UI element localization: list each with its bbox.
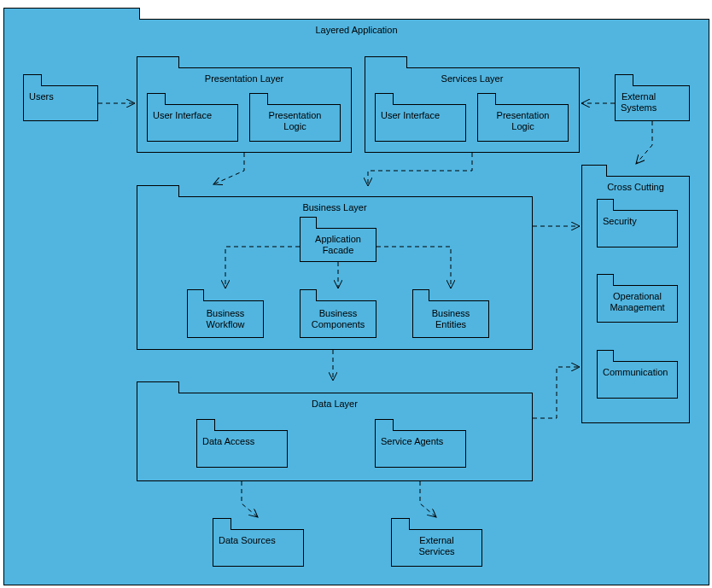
pkg-title: Services Layer [365, 73, 579, 84]
pkg-tab [477, 93, 496, 105]
pkg-title: Users [29, 91, 54, 102]
pkg-tab [412, 289, 429, 301]
pkg-tab [249, 93, 268, 105]
pkg-tab [581, 165, 607, 177]
pkg-data-sources[interactable]: Data Sources [213, 529, 304, 567]
pkg-title: Service Agents [381, 436, 443, 447]
pkg-title: Presentation Logic [478, 110, 568, 132]
pkg-title: Presentation Logic [250, 110, 340, 132]
pkg-tab [300, 289, 317, 301]
pkg-business-components[interactable]: Business Components [300, 300, 376, 338]
pkg-tab [137, 185, 179, 197]
pkg-title: User Interface [153, 110, 212, 121]
pkg-business-workflow[interactable]: Business Workflow [187, 300, 264, 338]
pkg-tab [597, 274, 614, 286]
pkg-title: Business Entities [413, 308, 488, 330]
pkg-communication[interactable]: Communication [597, 361, 678, 399]
pkg-title: Business Components [301, 308, 376, 330]
pkg-title: Presentation Layer [137, 73, 351, 84]
pkg-tab [196, 419, 215, 431]
pkg-tab [137, 56, 179, 68]
pkg-users[interactable]: Users [23, 85, 98, 121]
pkg-tab [597, 350, 614, 362]
pkg-business-entities[interactable]: Business Entities [412, 300, 489, 338]
pkg-title: User Interface [381, 110, 440, 121]
pkg-tab [365, 56, 407, 68]
pkg-title: Business Layer [137, 202, 532, 213]
pkg-title: Security [603, 216, 637, 227]
pkg-tab [375, 419, 394, 431]
pkg-tab [597, 199, 614, 211]
pkg-tab [137, 381, 179, 393]
pkg-user-interface-2[interactable]: User Interface [375, 104, 466, 142]
pkg-tab [391, 518, 410, 530]
pkg-title: Data Sources [219, 535, 276, 546]
pkg-title: Cross Cutting [582, 182, 689, 193]
pkg-presentation-logic-1[interactable]: Presentation Logic [249, 104, 341, 142]
pkg-title: Data Layer [137, 399, 532, 410]
pkg-title: External Systems [621, 91, 657, 114]
pkg-external-services[interactable]: External Services [391, 529, 482, 567]
pkg-title: Communication [603, 367, 668, 378]
pkg-title: Application Facade [301, 234, 376, 256]
pkg-application-facade[interactable]: Application Facade [300, 228, 376, 262]
pkg-tab [147, 93, 166, 105]
pkg-user-interface-1[interactable]: User Interface [147, 104, 238, 142]
pkg-presentation-logic-2[interactable]: Presentation Logic [477, 104, 569, 142]
pkg-data-access[interactable]: Data Access [196, 430, 288, 468]
pkg-tab [213, 518, 231, 530]
pkg-tab [375, 93, 394, 105]
pkg-security[interactable]: Security [597, 210, 678, 247]
pkg-tab [187, 289, 204, 301]
pkg-title: Data Access [202, 436, 254, 447]
pkg-tab [23, 74, 42, 86]
pkg-title: Layered Application [4, 25, 709, 36]
pkg-tab [3, 8, 140, 20]
pkg-external-systems[interactable]: External Systems [615, 85, 690, 121]
pkg-tab [615, 74, 633, 86]
pkg-title: Business Workflow [188, 308, 263, 330]
pkg-title: Operational Management [598, 291, 677, 313]
pkg-title: External Services [392, 535, 481, 557]
pkg-tab [300, 217, 317, 229]
pkg-service-agents[interactable]: Service Agents [375, 430, 466, 468]
pkg-operational-management[interactable]: Operational Management [597, 285, 678, 323]
